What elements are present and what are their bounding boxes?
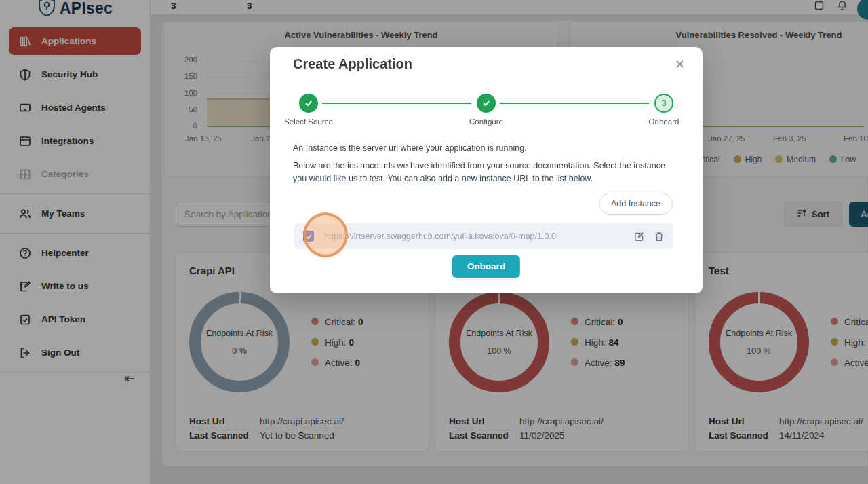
step-label: Configure [439, 117, 534, 126]
instance-intro-text: An Instance is the server url where your… [293, 143, 527, 153]
close-icon[interactable]: ✕ [671, 56, 689, 73]
instance-row: https://virtserver.swaggerhub.com/yuliia… [294, 223, 673, 249]
step-onboard-number: 3 [654, 94, 673, 113]
instance-description-text: Below are the instance urls we have iden… [293, 160, 674, 185]
step-connector [500, 103, 649, 104]
instance-checkbox[interactable] [303, 231, 314, 242]
delete-trash-icon[interactable] [654, 231, 664, 242]
onboard-button[interactable]: Onboard [452, 255, 520, 278]
step-configure-check-icon [477, 94, 496, 113]
modal-title: Create Application [293, 56, 412, 72]
create-application-modal: Create Application ✕ 3 Select Source Con… [270, 47, 703, 293]
step-label: Onboard [616, 117, 711, 126]
instance-url: https://virtserver.swaggerhub.com/yuliia… [324, 231, 556, 241]
step-connector [322, 103, 471, 104]
add-instance-button[interactable]: Add Instance [599, 193, 673, 215]
step-label: Select Source [261, 117, 356, 126]
edit-icon[interactable] [634, 231, 644, 242]
step-select-source-check-icon [299, 94, 318, 113]
